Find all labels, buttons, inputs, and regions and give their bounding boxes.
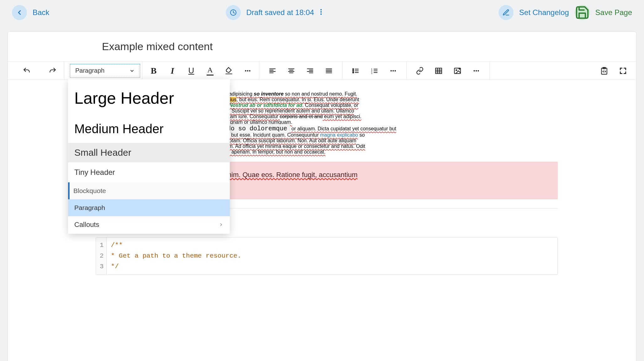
more-insert-button[interactable]	[469, 63, 484, 78]
number-list-button[interactable]: 123	[367, 63, 382, 78]
dropdown-medium-header[interactable]: Medium Header	[68, 115, 230, 143]
chevron-down-icon	[129, 68, 135, 74]
image-button[interactable]	[450, 63, 465, 78]
save-icon-button[interactable]	[575, 5, 590, 20]
svg-point-45	[456, 70, 457, 71]
more-list-button[interactable]	[386, 63, 401, 78]
paragraph-1[interactable]: adipisci. Cupidatat adipisicing so inven…	[187, 91, 558, 125]
toolbar-group-insert	[407, 62, 490, 80]
header-bar: Back Draft saved at 18:04 Set Changelog …	[0, 0, 644, 25]
align-center-button[interactable]	[284, 63, 299, 78]
svg-point-1	[320, 9, 321, 10]
align-right-button[interactable]	[303, 63, 318, 78]
svg-point-37	[393, 70, 394, 71]
svg-point-36	[390, 70, 392, 71]
block-type-select[interactable]: Paragraph	[70, 64, 140, 78]
align-justify-button[interactable]	[321, 63, 336, 78]
svg-point-24	[353, 68, 354, 69]
svg-point-7	[249, 70, 250, 71]
italic-button[interactable]: I	[165, 63, 180, 78]
dropdown-paragraph[interactable]: Paragraph	[68, 199, 230, 216]
svg-point-50	[478, 70, 479, 71]
code-block[interactable]: 123 /** * Get a path to a theme resource…	[96, 237, 558, 275]
svg-point-5	[245, 70, 246, 71]
dropdown-large-header[interactable]: Large Header	[68, 81, 230, 115]
draft-overflow-icon[interactable]	[320, 8, 322, 17]
text-color-button[interactable]: A	[203, 63, 218, 78]
back-icon-button[interactable]	[12, 5, 27, 20]
link-button[interactable]	[412, 63, 427, 78]
changelog-link[interactable]: Set Changelog	[519, 8, 569, 17]
dropdown-callouts-label: Callouts	[74, 221, 99, 229]
back-link[interactable]: Back	[33, 8, 49, 17]
paragraph-2[interactable]: mque commodo so doloremque or aliquam. D…	[187, 125, 558, 155]
svg-point-6	[247, 70, 248, 71]
svg-point-49	[476, 70, 477, 71]
editor-container: Example mixed content Paragraph Large He…	[8, 31, 636, 361]
underline-button[interactable]: U	[184, 63, 199, 78]
toolbar-group-lists: 123	[342, 62, 407, 80]
svg-point-3	[320, 13, 321, 15]
more-format-button[interactable]	[240, 63, 255, 78]
undo-button[interactable]	[19, 63, 34, 78]
draft-status: Draft saved at 18:04	[246, 8, 314, 17]
redo-button[interactable]	[45, 63, 60, 78]
svg-point-38	[394, 70, 396, 71]
toolbar-group-format: B I U A	[142, 62, 259, 80]
bullet-list-button[interactable]	[348, 63, 363, 78]
save-link[interactable]: Save Page	[595, 8, 632, 17]
history-icon-button[interactable]	[226, 5, 241, 20]
block-type-dropdown: Large Header Medium Header Small Header …	[68, 79, 230, 234]
bold-button[interactable]: B	[146, 63, 161, 78]
dropdown-callouts[interactable]: Callouts	[68, 216, 230, 233]
dropdown-small-header[interactable]: Small Header	[68, 143, 230, 162]
toolbar-group-align	[259, 62, 342, 80]
block-type-label: Paragraph	[75, 67, 104, 74]
fullscreen-button[interactable]	[615, 63, 631, 78]
svg-point-25	[353, 70, 354, 71]
code-gutter: 123	[96, 238, 107, 275]
svg-point-2	[320, 11, 321, 13]
svg-text:3: 3	[371, 71, 372, 74]
svg-rect-39	[435, 68, 442, 73]
changelog-icon-button[interactable]	[499, 5, 514, 20]
highlight-color-button[interactable]	[221, 63, 236, 78]
toolbar-group-history	[8, 62, 64, 80]
align-left-button[interactable]	[265, 63, 280, 78]
page-title[interactable]: Example mixed content	[8, 32, 636, 62]
dropdown-tiny-header[interactable]: Tiny Header	[68, 162, 230, 182]
toolbar-group-view	[591, 62, 636, 80]
svg-point-26	[353, 72, 354, 73]
dropdown-blockquote[interactable]: Blockquote	[68, 182, 230, 199]
toolbar-group-type: Paragraph Large Header Medium Header Sma…	[64, 62, 142, 80]
chevron-right-icon	[219, 222, 224, 227]
table-button[interactable]	[431, 63, 446, 78]
code-body[interactable]: /** * Get a path to a theme resource. */	[107, 238, 246, 275]
source-code-button[interactable]	[597, 63, 612, 78]
svg-point-48	[473, 70, 475, 71]
toolbar: Paragraph Large Header Medium Header Sma…	[8, 62, 636, 80]
